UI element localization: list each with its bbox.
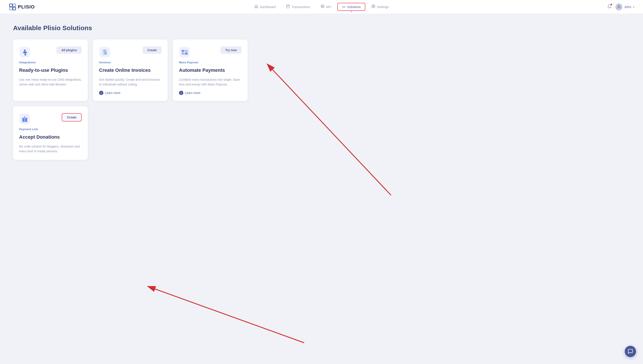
card-top-mass-payouts: Try now	[179, 46, 242, 58]
card-title-mass-payouts: Automate Payments	[179, 68, 242, 73]
svg-point-9	[618, 6, 619, 7]
card-label-mass-payouts: Mass Payouts	[179, 61, 242, 64]
dashboard-icon	[254, 4, 258, 9]
nav-label-api: API	[326, 5, 331, 9]
chat-button[interactable]	[625, 346, 636, 357]
card-top-invoices: Create	[99, 46, 162, 58]
card-label-payment-link: Payment Link	[19, 128, 82, 131]
chevron-down-icon: ▾	[633, 6, 634, 8]
logo-text: PLISIO	[18, 4, 35, 10]
svg-rect-14	[103, 52, 105, 52]
svg-rect-19	[182, 52, 184, 55]
card-invoices: Create Invoices Create Online Invoices G…	[93, 40, 168, 101]
page-title: Available Plisio Solutions	[13, 24, 248, 32]
api-icon	[320, 4, 324, 9]
svg-rect-20	[185, 52, 188, 55]
user-name: John	[624, 5, 631, 9]
svg-rect-17	[182, 50, 184, 52]
card-top-payment-link: Create	[19, 113, 82, 124]
card-label-integrations: Integrations	[19, 61, 82, 64]
card-desc-integrations: Use one many ready-to-use CMS integratio…	[19, 78, 82, 95]
transactions-icon	[286, 4, 290, 9]
header: PLISIO Dashboard Transact	[0, 0, 643, 14]
invoices-learn-more-label: Learn more	[105, 91, 121, 94]
svg-line-26	[267, 64, 391, 195]
cards-row-2: Create Payment Link Accept Donations No …	[13, 106, 248, 160]
nav-item-settings[interactable]: Settings	[367, 2, 393, 11]
notification-bell[interactable]	[607, 4, 612, 10]
cards-row-1: All plugins Integrations Ready-to-use Pl…	[13, 40, 248, 101]
invoices-learn-more-link[interactable]: i Learn more	[99, 91, 162, 95]
card-desc-payment-link: No code solution for bloggers, streamers…	[19, 144, 82, 154]
integrations-icon	[19, 46, 31, 58]
svg-rect-4	[287, 5, 290, 8]
notification-dot	[610, 4, 612, 6]
svg-point-8	[373, 6, 374, 7]
main-content: Available Plisio Solutions All plugins I…	[0, 14, 261, 170]
nav-label-transactions: Transactions	[292, 5, 310, 9]
svg-rect-2	[10, 7, 12, 10]
nav-label-dashboard: Dashboard	[260, 5, 276, 9]
card-title-integrations: Ready-to-use Plugins	[19, 68, 82, 73]
user-menu[interactable]: John ▾	[615, 4, 634, 10]
nav-label-settings: Settings	[377, 5, 389, 9]
card-mass-payouts: Try now Mass Payouts Automate Payments C…	[173, 40, 248, 101]
card-desc-invoices: Get started quickly. Create and send inv…	[99, 78, 162, 87]
mass-payouts-icon	[179, 46, 190, 58]
nav-item-transactions[interactable]: Transactions	[282, 2, 314, 11]
all-plugins-button[interactable]: All plugins	[57, 46, 82, 54]
svg-point-15	[104, 52, 107, 54]
svg-rect-1	[13, 4, 16, 7]
logo[interactable]: PLISIO	[9, 3, 35, 11]
card-title-invoices: Create Online Invoices	[99, 68, 162, 73]
nav-label-solutions: Solutions	[347, 5, 361, 9]
card-payment-link: Create Payment Link Accept Donations No …	[13, 106, 88, 160]
nav-item-dashboard[interactable]: Dashboard	[250, 2, 280, 11]
svg-rect-18	[185, 50, 188, 52]
card-title-payment-link: Accept Donations	[19, 134, 82, 140]
avatar	[615, 4, 622, 10]
solutions-icon: •••	[342, 5, 346, 8]
svg-rect-13	[103, 50, 106, 51]
create-payment-link-button[interactable]: Create	[62, 113, 82, 122]
settings-icon	[371, 4, 375, 9]
card-label-invoices: Invoices	[99, 61, 162, 64]
svg-line-27	[148, 286, 304, 343]
info-icon-invoices: i	[99, 91, 103, 95]
mass-payouts-learn-more-label: Learn more	[185, 91, 200, 94]
user-area: John ▾	[607, 4, 634, 10]
svg-rect-0	[10, 4, 12, 7]
payment-link-icon	[19, 113, 31, 124]
invoices-icon	[99, 46, 110, 58]
main-nav: Dashboard Transactions	[250, 2, 393, 11]
nav-item-api[interactable]: API	[316, 2, 335, 11]
svg-rect-16	[179, 47, 190, 57]
card-desc-mass-payouts: Combine many transactions into single. S…	[179, 78, 242, 87]
card-top-integrations: All plugins	[19, 46, 82, 58]
try-now-button[interactable]: Try now	[221, 46, 242, 54]
nav-item-solutions[interactable]: ••• Solutions	[337, 3, 365, 11]
card-integrations: All plugins Integrations Ready-to-use Pl…	[13, 40, 88, 101]
svg-rect-3	[13, 7, 16, 10]
create-invoices-button[interactable]: Create	[142, 46, 162, 54]
info-icon-mass-payouts: i	[179, 91, 183, 95]
mass-payouts-learn-more-link[interactable]: i Learn more	[179, 91, 242, 95]
